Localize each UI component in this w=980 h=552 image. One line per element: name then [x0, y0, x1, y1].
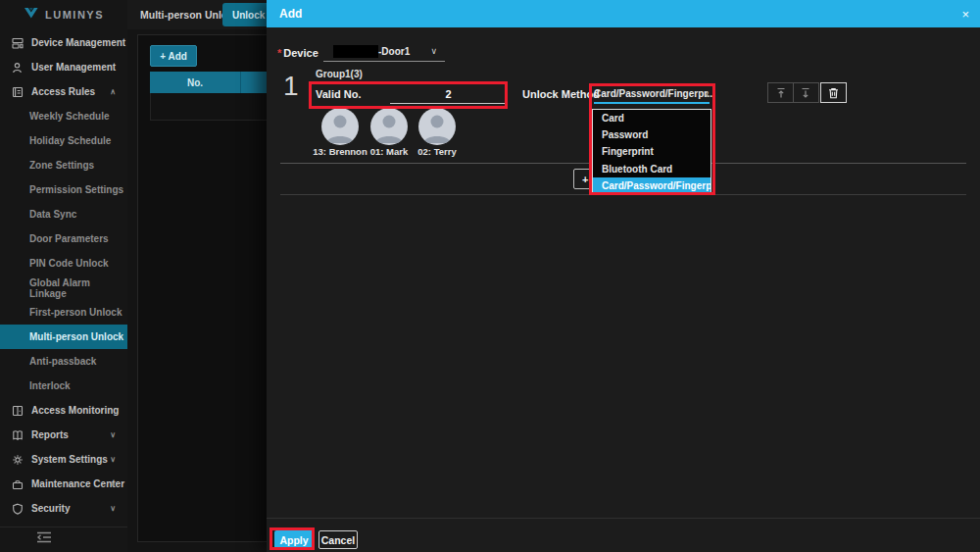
footer-divider	[267, 518, 980, 519]
sidebar-item-label: Reports	[31, 429, 69, 440]
delete-group-button[interactable]	[820, 82, 847, 103]
sidebar-nav: Device Management User Management Access…	[0, 30, 127, 521]
sidebar-item-permission-settings[interactable]: Permission Settings	[0, 177, 127, 202]
sidebar-item-security[interactable]: Security ∨	[0, 496, 127, 521]
arrow-up-bar-icon	[775, 87, 787, 99]
add-button[interactable]: + Add	[150, 45, 197, 67]
logo: LUMINYS	[0, 0, 127, 29]
avatar	[321, 108, 359, 145]
required-asterisk: *	[277, 47, 281, 59]
group-index: 1	[283, 71, 299, 102]
sidebar-item-label: Access Rules	[31, 86, 95, 97]
cancel-button[interactable]: Cancel	[318, 530, 358, 549]
dialog-header: Add ×	[267, 0, 980, 27]
dropdown-option-bluetooth-card[interactable]: Bluetooth Card	[593, 161, 710, 177]
dropdown-option-card[interactable]: Card	[593, 110, 710, 126]
sidebar-item-label: Security	[31, 503, 70, 514]
chevron-down-icon[interactable]: ∨	[110, 479, 116, 488]
sidebar-item-label: Device Management	[31, 37, 125, 48]
luminys-logo-icon	[24, 6, 39, 24]
chevron-up-icon[interactable]: ∧	[110, 87, 116, 96]
chevron-down-icon: ∨	[703, 89, 710, 99]
chevron-down-icon[interactable]: ∨	[110, 504, 116, 513]
sidebar-item-maintenance-center[interactable]: Maintenance Center ∨	[0, 472, 127, 496]
sidebar-item-label: Access Monitoring	[31, 405, 119, 416]
apply-button[interactable]: Apply	[274, 530, 314, 549]
trash-icon	[828, 87, 839, 99]
rules-icon	[12, 86, 24, 98]
sidebar-item-first-person-unlock[interactable]: First-person Unlock	[0, 300, 127, 325]
gear-icon	[12, 454, 24, 466]
member-name: 02: Terry	[401, 146, 473, 157]
unlock-method-label: Unlock Method	[522, 88, 600, 100]
valid-no-input[interactable]: 2	[390, 84, 507, 104]
sidebar-item-access-monitoring[interactable]: Access Monitoring	[0, 398, 127, 423]
device-value: -Door1	[378, 46, 410, 57]
unlock-method-value: Card/Password/Fingerpr...	[594, 88, 715, 99]
sidebar: LUMINYS Device Management User Managemen…	[0, 0, 127, 552]
avatar	[418, 108, 456, 145]
sidebar-item-anti-passback[interactable]: Anti-passback	[0, 349, 127, 374]
app-root: LUMINYS Device Management User Managemen…	[0, 0, 980, 552]
dropdown-option-card-password-fingerprint[interactable]: Card/Password/Fingerprin...	[593, 177, 710, 194]
sidebar-item-interlock[interactable]: Interlock	[0, 374, 127, 398]
shield-icon	[12, 503, 24, 515]
sidebar-item-reports[interactable]: Reports ∨	[0, 423, 127, 447]
sidebar-item-door-parameters[interactable]: Door Parameters	[0, 226, 127, 251]
sidebar-item-pin-code-unlock[interactable]: PIN Code Unlock	[0, 251, 127, 276]
chevron-down-icon[interactable]: ∨	[110, 455, 116, 464]
chevron-down-icon[interactable]: ∨	[110, 430, 116, 439]
sidebar-item-holiday-schedule[interactable]: Holiday Schedule	[0, 128, 127, 153]
sidebar-item-data-sync[interactable]: Data Sync	[0, 202, 127, 226]
dropdown-option-password[interactable]: Password	[593, 126, 710, 143]
collapse-sidebar-icon[interactable]	[35, 530, 55, 544]
sidebar-item-system-settings[interactable]: System Settings ∨	[0, 447, 127, 472]
arrow-down-bar-icon	[800, 87, 811, 99]
sidebar-item-access-rules[interactable]: Access Rules ∧	[0, 79, 127, 104]
device-icon	[12, 37, 24, 49]
redacted-device-name	[333, 45, 378, 58]
unlock-method-dropdown: Card Password Fingerprint Bluetooth Card…	[592, 109, 711, 195]
sidebar-item-label: User Management	[31, 62, 116, 73]
sidebar-item-user-management[interactable]: User Management	[0, 55, 127, 79]
move-to-bottom-button[interactable]	[793, 82, 819, 103]
user-icon	[12, 62, 24, 74]
close-icon[interactable]: ×	[961, 0, 969, 27]
sidebar-item-weekly-schedule[interactable]: Weekly Schedule	[0, 104, 127, 128]
avatar	[370, 108, 408, 145]
table-header-no: No.	[150, 72, 241, 93]
sidebar-footer-divider	[0, 527, 127, 527]
sidebar-item-device-management[interactable]: Device Management	[0, 30, 127, 55]
sidebar-item-zone-settings[interactable]: Zone Settings	[0, 153, 127, 177]
sidebar-item-multi-person-unlock[interactable]: Multi-person Unlock	[0, 325, 127, 349]
chevron-down-icon: ∨	[430, 46, 437, 56]
group-name: Group1(3)	[316, 69, 363, 79]
sidebar-item-label: System Settings	[31, 454, 108, 465]
device-label: *Device	[277, 47, 318, 59]
monitoring-icon	[12, 405, 24, 417]
device-select[interactable]: -Door1 ∨	[323, 41, 445, 62]
sidebar-item-global-alarm-linkage[interactable]: Global Alarm Linkage	[0, 276, 127, 300]
dropdown-option-fingerprint[interactable]: Fingerprint	[593, 143, 710, 160]
logo-text: LUMINYS	[45, 9, 104, 21]
maintenance-icon	[12, 478, 24, 490]
unlock-method-select[interactable]: Card/Password/Fingerpr... ∨	[594, 85, 710, 104]
add-dialog: Add × *Device -Door1 ∨ 1 Group1(3) Valid…	[267, 0, 980, 552]
move-to-top-button[interactable]	[767, 82, 794, 103]
valid-no-label: Valid No.	[316, 88, 361, 100]
reports-icon	[12, 429, 24, 441]
dialog-title: Add	[279, 0, 302, 27]
